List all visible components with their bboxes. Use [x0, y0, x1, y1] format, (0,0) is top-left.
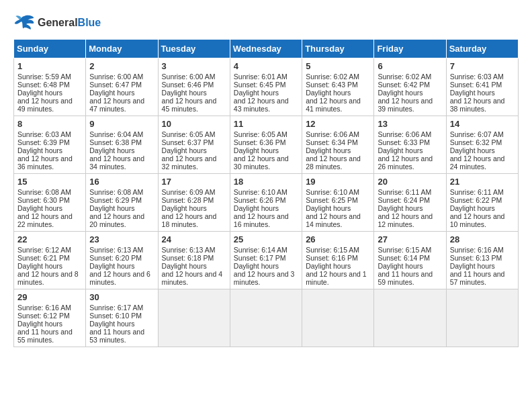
sunrise-label: Sunrise: 6:08 AM — [17, 188, 71, 196]
sunset-label: Sunset: 6:20 PM — [89, 254, 142, 262]
sunrise-label: Sunrise: 5:59 AM — [17, 73, 71, 81]
sunrise-label: Sunrise: 6:03 AM — [450, 73, 504, 81]
daylight-duration: and 12 hours and 45 minutes. — [162, 97, 217, 113]
sunrise-label: Sunrise: 6:09 AM — [162, 188, 216, 196]
sunset-label: Sunset: 6:48 PM — [17, 81, 70, 89]
daylight-label: Daylight hours — [378, 146, 423, 154]
sunset-label: Sunset: 6:26 PM — [234, 196, 286, 204]
day-number: 16 — [89, 177, 154, 187]
daylight-label: Daylight hours — [17, 204, 62, 212]
day-number: 5 — [306, 61, 370, 71]
day-number: 10 — [162, 119, 226, 129]
logo: GeneralBlue — [13, 13, 101, 32]
sunset-label: Sunset: 6:22 PM — [450, 196, 502, 204]
daylight-label: Daylight hours — [450, 89, 495, 97]
sunset-label: Sunset: 6:17 PM — [234, 254, 286, 262]
sunset-label: Sunset: 6:30 PM — [17, 196, 70, 204]
calendar-day: 12 Sunrise: 6:06 AM Sunset: 6:34 PM Dayl… — [302, 116, 374, 174]
calendar-day — [158, 289, 230, 347]
calendar-day: 14 Sunrise: 6:07 AM Sunset: 6:32 PM Dayl… — [446, 116, 518, 174]
calendar-day: 21 Sunrise: 6:11 AM Sunset: 6:22 PM Dayl… — [446, 174, 518, 232]
daylight-duration: and 12 hours and 8 minutes. — [17, 270, 79, 286]
daylight-label: Daylight hours — [234, 89, 279, 97]
daylight-duration: and 12 hours and 30 minutes. — [234, 154, 289, 171]
sunset-label: Sunset: 6:24 PM — [378, 196, 430, 204]
sunset-label: Sunset: 6:29 PM — [89, 196, 142, 204]
day-number: 6 — [378, 61, 442, 71]
calendar-day: 25 Sunrise: 6:14 AM Sunset: 6:17 PM Dayl… — [230, 232, 302, 289]
calendar-week-row: 29 Sunrise: 6:16 AM Sunset: 6:12 PM Dayl… — [14, 289, 519, 347]
page-header: GeneralBlue — [13, 13, 519, 32]
sunset-label: Sunset: 6:16 PM — [306, 254, 358, 262]
daylight-label: Daylight hours — [378, 89, 423, 97]
calendar-day: 10 Sunrise: 6:05 AM Sunset: 6:37 PM Dayl… — [158, 116, 230, 174]
daylight-duration: and 12 hours and 41 minutes. — [306, 97, 361, 113]
sunset-label: Sunset: 6:28 PM — [162, 196, 214, 204]
sunset-label: Sunset: 6:38 PM — [89, 138, 142, 146]
daylight-duration: and 12 hours and 39 minutes. — [378, 97, 433, 113]
sunset-label: Sunset: 6:45 PM — [234, 81, 286, 89]
calendar-day: 17 Sunrise: 6:09 AM Sunset: 6:28 PM Dayl… — [158, 174, 230, 232]
weekday-header: Friday — [374, 40, 446, 58]
calendar-day: 18 Sunrise: 6:10 AM Sunset: 6:26 PM Dayl… — [230, 174, 302, 232]
day-number: 13 — [378, 119, 442, 129]
calendar-day — [374, 289, 446, 347]
sunset-label: Sunset: 6:41 PM — [450, 81, 502, 89]
daylight-label: Daylight hours — [234, 262, 279, 270]
daylight-label: Daylight hours — [450, 146, 495, 154]
daylight-duration: and 12 hours and 6 minutes. — [89, 270, 150, 286]
day-number: 3 — [162, 61, 226, 71]
sunrise-label: Sunrise: 6:16 AM — [17, 304, 71, 312]
sunset-label: Sunset: 6:18 PM — [162, 254, 214, 262]
daylight-duration: and 12 hours and 49 minutes. — [17, 97, 73, 113]
daylight-duration: and 12 hours and 26 minutes. — [378, 154, 433, 171]
sunrise-label: Sunrise: 6:01 AM — [234, 73, 287, 81]
day-number: 1 — [17, 61, 82, 71]
daylight-label: Daylight hours — [17, 262, 62, 270]
day-number: 17 — [162, 177, 226, 187]
daylight-label: Daylight hours — [162, 262, 207, 270]
calendar-day: 20 Sunrise: 6:11 AM Sunset: 6:24 PM Dayl… — [374, 174, 446, 232]
daylight-duration: and 11 hours and 59 minutes. — [378, 270, 433, 286]
calendar-day: 2 Sunrise: 6:00 AM Sunset: 6:47 PM Dayli… — [86, 58, 158, 116]
logo-icon — [13, 13, 35, 32]
daylight-duration: and 12 hours and 14 minutes. — [306, 212, 361, 228]
daylight-duration: and 12 hours and 34 minutes. — [89, 154, 144, 171]
daylight-duration: and 12 hours and 22 minutes. — [17, 212, 73, 228]
sunset-label: Sunset: 6:39 PM — [17, 138, 70, 146]
sunrise-label: Sunrise: 6:12 AM — [17, 246, 71, 254]
day-number: 27 — [378, 234, 442, 244]
weekday-header: Monday — [86, 40, 158, 58]
sunset-label: Sunset: 6:34 PM — [306, 138, 358, 146]
daylight-label: Daylight hours — [234, 146, 279, 154]
sunrise-label: Sunrise: 6:07 AM — [450, 130, 504, 138]
sunrise-label: Sunrise: 6:05 AM — [234, 130, 287, 138]
day-number: 19 — [306, 177, 370, 187]
daylight-label: Daylight hours — [89, 89, 134, 97]
calendar-day: 16 Sunrise: 6:08 AM Sunset: 6:29 PM Dayl… — [86, 174, 158, 232]
sunrise-label: Sunrise: 6:08 AM — [89, 188, 143, 196]
sunrise-label: Sunrise: 6:06 AM — [378, 130, 431, 138]
daylight-duration: and 12 hours and 36 minutes. — [17, 154, 73, 171]
daylight-label: Daylight hours — [17, 320, 62, 328]
daylight-duration: and 12 hours and 4 minutes. — [162, 270, 223, 286]
calendar-day: 7 Sunrise: 6:03 AM Sunset: 6:41 PM Dayli… — [446, 58, 518, 116]
daylight-duration: and 12 hours and 24 minutes. — [450, 154, 505, 171]
sunset-label: Sunset: 6:37 PM — [162, 138, 214, 146]
day-number: 20 — [378, 177, 442, 187]
sunrise-label: Sunrise: 6:03 AM — [17, 130, 71, 138]
sunrise-label: Sunrise: 6:06 AM — [306, 130, 359, 138]
calendar-day — [230, 289, 302, 347]
sunrise-label: Sunrise: 6:02 AM — [378, 73, 431, 81]
daylight-label: Daylight hours — [450, 262, 495, 270]
daylight-label: Daylight hours — [162, 204, 207, 212]
calendar-week-row: 15 Sunrise: 6:08 AM Sunset: 6:30 PM Dayl… — [14, 174, 519, 232]
calendar-day: 11 Sunrise: 6:05 AM Sunset: 6:36 PM Dayl… — [230, 116, 302, 174]
daylight-label: Daylight hours — [89, 204, 134, 212]
day-number: 26 — [306, 234, 370, 244]
calendar-day: 3 Sunrise: 6:00 AM Sunset: 6:46 PM Dayli… — [158, 58, 230, 116]
day-number: 7 — [450, 61, 515, 71]
day-number: 18 — [234, 177, 298, 187]
sunset-label: Sunset: 6:47 PM — [89, 81, 142, 89]
day-number: 9 — [89, 119, 154, 129]
